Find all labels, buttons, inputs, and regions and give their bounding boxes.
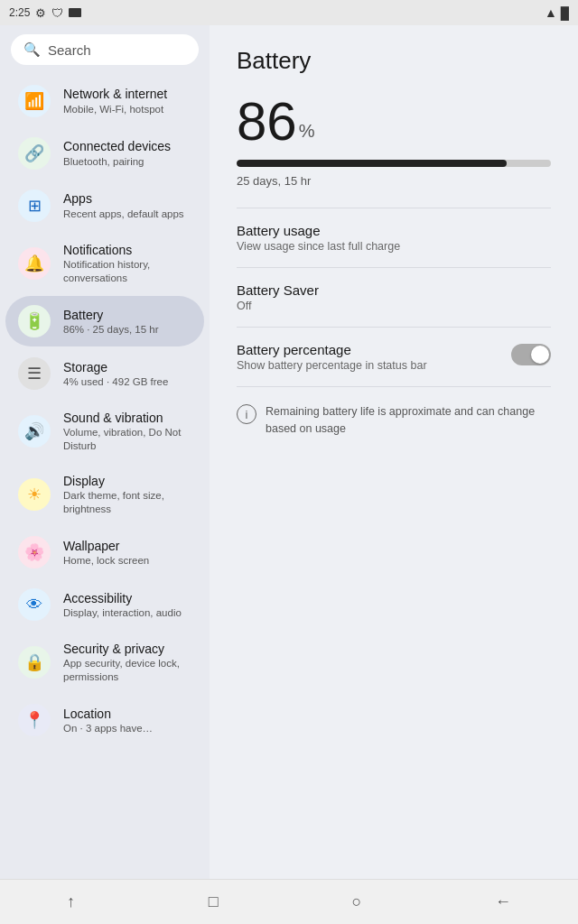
battery-percent-symbol: % [299,121,315,142]
sidebar-item-storage[interactable]: ☰Storage4% used · 492 GB free [5,348,204,399]
sidebar: 🔍 Search 📶Network & internetMobile, Wi-F… [0,25,210,879]
sidebar-item-sound[interactable]: 🔊Sound & vibrationVolume, vibration, Do … [5,401,204,462]
sidebar-title-sound: Sound & vibration [63,410,191,426]
search-bar[interactable]: 🔍 Search [11,34,199,65]
toggle-knob-battery-percentage [531,346,549,364]
recents-icon: □ [209,892,219,911]
sidebar-text-security: Security & privacyApp security, device l… [63,641,191,684]
sidebar-title-notifications: Notifications [63,242,191,258]
sidebar-subtitle-display: Dark theme, font size, brightness [63,489,191,516]
search-icon: 🔍 [23,42,41,58]
connected-icon: 🔗 [18,137,51,170]
battery-percent: 86 [237,95,297,149]
settings-row-battery-usage[interactable]: Battery usageView usage since last full … [237,208,551,267]
recents-nav-button[interactable]: □ [191,885,237,919]
toggle-battery-percentage[interactable] [511,344,551,365]
sidebar-title-location: Location [63,706,153,722]
settings-row-subtitle-battery-saver: Off [237,300,319,312]
content-area: Battery 86 % 25 days, 15 hr Battery usag… [210,25,578,879]
sidebar-text-accessibility: AccessibilityDisplay, interaction, audio [63,590,182,620]
sidebar-text-sound: Sound & vibrationVolume, vibration, Do N… [63,410,191,453]
settings-row-subtitle-battery-usage: View usage since last full charge [237,240,400,253]
settings-row-title-battery-saver: Battery Saver [237,282,319,298]
settings-row-battery-percentage[interactable]: Battery percentageShow battery percentag… [237,327,551,387]
sidebar-subtitle-storage: 4% used · 492 GB free [63,375,168,389]
settings-row-text-battery-percentage: Battery percentageShow battery percentag… [237,342,427,372]
sidebar-item-wallpaper[interactable]: 🌸WallpaperHome, lock screen [5,527,204,578]
sidebar-subtitle-apps: Recent apps, default apps [63,208,184,221]
battery-icon: 🔋 [18,305,51,337]
sidebar-item-apps[interactable]: ⊞AppsRecent apps, default apps [5,180,204,231]
sidebar-text-apps: AppsRecent apps, default apps [63,190,184,220]
sidebar-subtitle-location: On · 3 apps have… [63,722,153,735]
sidebar-title-accessibility: Accessibility [63,590,182,606]
battery-status-icon: █ [561,6,569,20]
settings-row-subtitle-battery-percentage: Show battery percentage in status bar [237,359,427,372]
network-icon: 📶 [18,85,51,117]
sidebar-text-connected: Connected devicesBluetooth, pairing [63,138,171,168]
sidebar-subtitle-connected: Bluetooth, pairing [63,155,171,169]
apps-icon: ⊞ [18,189,51,222]
sidebar-title-storage: Storage [63,359,168,375]
wallpaper-icon: 🌸 [18,536,51,568]
accessibility-icon: 👁 [18,588,51,621]
sidebar-text-network: Network & internetMobile, Wi-Fi, hotspot [63,86,167,116]
location-icon: 📍 [18,704,51,736]
info-row: i Remaining battery life is approximate … [237,403,551,438]
battery-progress-bar [237,160,551,167]
sidebar-subtitle-network: Mobile, Wi-Fi, hotspot [63,103,167,116]
search-text: Search [48,42,91,58]
sidebar-title-wallpaper: Wallpaper [63,538,149,554]
shield-icon: 🛡 [51,6,63,20]
sidebar-item-display[interactable]: ☀DisplayDark theme, font size, brightnes… [5,464,204,525]
storage-icon: ☰ [18,357,51,390]
sidebar-text-battery: Battery86% · 25 days, 15 hr [63,307,158,337]
main-layout: 🔍 Search 📶Network & internetMobile, Wi-F… [0,25,578,879]
status-left: 2:25 ⚙ 🛡 [9,6,81,20]
search-container: 🔍 Search [0,25,210,74]
sidebar-title-display: Display [63,473,191,489]
sidebar-subtitle-battery: 86% · 25 days, 15 hr [63,323,158,337]
home-icon: ○ [351,892,361,911]
status-bar: 2:25 ⚙ 🛡 ▲ █ [0,0,578,25]
settings-row-title-battery-percentage: Battery percentage [237,342,427,357]
sidebar-text-notifications: NotificationsNotification history, conve… [63,242,191,285]
sidebar-item-network[interactable]: 📶Network & internetMobile, Wi-Fi, hotspo… [5,76,204,126]
info-icon: i [237,404,256,424]
home-nav-button[interactable]: ○ [333,885,379,919]
security-icon: 🔒 [18,646,51,679]
sidebar-title-security: Security & privacy [63,641,191,657]
screenshot-icon [69,8,81,17]
back-nav-button[interactable]: ← [477,885,529,919]
sidebar-item-security[interactable]: 🔒Security & privacyApp security, device … [5,632,204,693]
settings-row-battery-saver[interactable]: Battery SaverOff [237,267,551,327]
sidebar-title-apps: Apps [63,190,184,207]
sidebar-item-location[interactable]: 📍LocationOn · 3 apps have… [5,695,204,745]
display-icon: ☀ [18,478,51,511]
settings-row-text-battery-saver: Battery SaverOff [237,282,319,312]
sidebar-title-battery: Battery [63,307,158,323]
status-right: ▲ █ [545,5,569,20]
battery-time: 25 days, 15 hr [237,174,551,188]
bottom-nav: ↑ □ ○ ← [0,879,578,924]
sidebar-item-connected[interactable]: 🔗Connected devicesBluetooth, pairing [5,128,204,179]
battery-percent-row: 86 % [237,95,551,149]
sidebar-subtitle-wallpaper: Home, lock screen [63,554,149,568]
gear-icon: ⚙ [35,6,46,20]
sidebar-title-network: Network & internet [63,86,167,102]
sidebar-item-accessibility[interactable]: 👁AccessibilityDisplay, interaction, audi… [5,579,204,630]
sidebar-item-notifications[interactable]: 🔔NotificationsNotification history, conv… [5,233,204,294]
sidebar-item-battery[interactable]: 🔋Battery86% · 25 days, 15 hr [5,296,204,346]
sidebar-title-connected: Connected devices [63,138,171,154]
page-title: Battery [237,47,551,75]
share-icon: ↑ [67,892,75,911]
sidebar-subtitle-accessibility: Display, interaction, audio [63,606,182,620]
share-nav-button[interactable]: ↑ [49,885,93,919]
battery-progress-fill [237,160,507,167]
sidebar-text-location: LocationOn · 3 apps have… [63,706,153,735]
wifi-icon: ▲ [545,5,557,20]
info-text: Remaining battery life is approximate an… [266,403,551,438]
sidebar-text-storage: Storage4% used · 492 GB free [63,359,168,389]
sidebar-subtitle-notifications: Notification history, conversations [63,258,191,285]
sound-icon: 🔊 [18,415,51,448]
